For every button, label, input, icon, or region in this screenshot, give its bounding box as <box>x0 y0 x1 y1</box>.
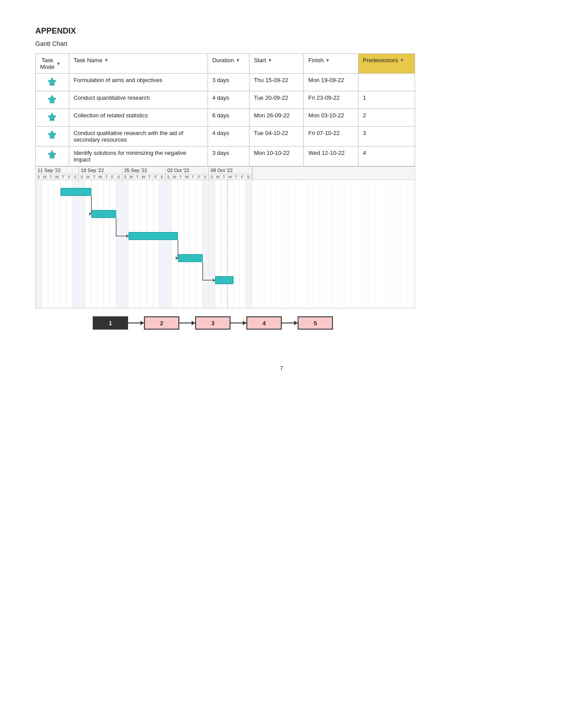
duration-dropdown-icon[interactable]: ▼ <box>236 58 240 63</box>
day-cell: W <box>227 174 234 180</box>
day-cell: T <box>135 174 141 180</box>
day-cell: S <box>166 174 172 180</box>
gantt-dotted-line <box>227 180 228 308</box>
network-arrow-2 <box>179 323 195 323</box>
day-cell: S <box>122 174 128 180</box>
network-node-3: 3 <box>195 316 230 330</box>
start-dropdown-icon[interactable]: ▼ <box>268 58 272 63</box>
col-header-duration[interactable]: Duration ▼ <box>208 54 249 74</box>
predecessors-cell: 3 <box>358 127 415 146</box>
day-cell: S <box>202 174 208 180</box>
network-arrow-4 <box>282 323 298 323</box>
task-table: TaskMode ▼ Task Name ▼ Duration ▼ Start <box>35 53 415 166</box>
pin-icon <box>47 116 57 123</box>
start-cell: Tue 04-10-22 <box>249 127 303 146</box>
day-cell: T <box>48 174 54 180</box>
table-row: Identify solutions for minimizing the ne… <box>36 146 415 166</box>
task-name-dropdown-icon[interactable]: ▼ <box>104 58 109 63</box>
day-cell: F <box>239 174 246 180</box>
week-label-3: 02 Oct '22 <box>166 167 208 174</box>
network-arrow-3 <box>230 323 246 323</box>
gantt-week-1: 18 Sep '22SMTWTFS <box>79 167 122 180</box>
page-number: 7 <box>35 365 528 372</box>
day-cell: S <box>79 174 85 180</box>
task-mode-cell <box>36 91 69 109</box>
day-cell: W <box>98 174 104 180</box>
predecessors-dropdown-icon[interactable]: ▼ <box>400 58 404 63</box>
day-cell: F <box>110 174 116 180</box>
day-cell: S <box>159 174 165 180</box>
day-cell: T <box>233 174 239 180</box>
gantt-body <box>36 180 415 308</box>
day-cell: T <box>221 174 227 180</box>
network-node-5: 5 <box>298 316 333 330</box>
col-header-start[interactable]: Start ▼ <box>249 54 303 74</box>
pin-icon <box>47 81 57 88</box>
gantt-week-3: 02 Oct '22SMTWTFS <box>166 167 209 180</box>
day-cell: W <box>141 174 147 180</box>
network-node-2: 2 <box>144 316 179 330</box>
finish-dropdown-icon[interactable]: ▼ <box>325 58 330 63</box>
duration-cell: 3 days <box>208 74 249 91</box>
col-header-task-mode[interactable]: TaskMode ▼ <box>36 54 69 74</box>
task-mode-dropdown-icon[interactable]: ▼ <box>57 61 61 66</box>
duration-cell: 4 days <box>208 91 249 109</box>
week-label-2: 25 Sep '22 <box>122 167 165 174</box>
col-header-task-name[interactable]: Task Name ▼ <box>69 54 208 74</box>
finish-cell: Mon 19-09-22 <box>304 74 358 91</box>
table-row: Collection of related statistics 6 days … <box>36 109 415 127</box>
gantt-bar-task-2 <box>91 210 116 218</box>
day-cell: M <box>85 174 91 180</box>
day-cell: S <box>72 174 79 180</box>
day-cell: S <box>36 174 42 180</box>
task-name-cell: Formulation of aims and objectives <box>69 74 208 91</box>
gantt-bar-task-5 <box>215 276 234 284</box>
day-cell: S <box>116 174 122 180</box>
task-mode-cell <box>36 146 69 166</box>
finish-cell: Wed 12-10-22 <box>304 146 358 166</box>
predecessors-cell: 1 <box>358 91 415 109</box>
gantt-bar-task-3 <box>128 232 178 240</box>
task-mode-cell <box>36 127 69 146</box>
pin-icon <box>47 134 57 141</box>
table-row: Conduct qualitative research with the ai… <box>36 127 415 146</box>
col-header-predecessors[interactable]: Predecessors ▼ <box>358 54 415 74</box>
week-label-0: 11 Sep '22 <box>36 167 79 174</box>
day-cell: W <box>184 174 190 180</box>
col-header-finish[interactable]: Finish ▼ <box>304 54 358 74</box>
finish-cell: Fri 23-09-22 <box>304 91 358 109</box>
finish-cell: Fri 07-10-22 <box>304 127 358 146</box>
task-mode-cell <box>36 74 69 91</box>
task-name-cell: Conduct quantitative research <box>69 91 208 109</box>
finish-cell: Mon 03-10-22 <box>304 109 358 127</box>
day-cell: M <box>172 174 178 180</box>
pin-icon <box>47 154 57 161</box>
gantt-chart-label: Gantt Chart <box>35 40 528 47</box>
day-cell: T <box>178 174 184 180</box>
task-name-cell: Identify solutions for minimizing the ne… <box>69 146 208 166</box>
day-cell: W <box>54 174 60 180</box>
gantt-week-0: 11 Sep '22SMTWTFS <box>36 167 79 180</box>
duration-cell: 4 days <box>208 127 249 146</box>
appendix-title: APPENDIX <box>35 26 528 36</box>
duration-cell: 6 days <box>208 109 249 127</box>
network-arrow-1 <box>128 323 144 323</box>
gantt-chart-visual: 11 Sep '22SMTWTFS18 Sep '22SMTWTFS25 Sep… <box>35 166 415 308</box>
day-cell: M <box>42 174 48 180</box>
day-cell: M <box>215 174 221 180</box>
start-cell: Thu 15-09-22 <box>249 74 303 91</box>
day-cell: S <box>246 174 252 180</box>
task-name-cell: Collection of related statistics <box>69 109 208 127</box>
week-label-1: 18 Sep '22 <box>79 167 122 174</box>
day-cell: F <box>196 174 202 180</box>
gantt-bar-task-4 <box>178 254 203 262</box>
predecessors-cell: 2 <box>358 109 415 127</box>
day-cell: F <box>66 174 72 180</box>
task-mode-cell <box>36 109 69 127</box>
gantt-bar-task-1 <box>60 188 91 196</box>
day-cell: T <box>60 174 66 180</box>
start-cell: Mon 10-10-22 <box>249 146 303 166</box>
start-cell: Mon 26-09-22 <box>249 109 303 127</box>
predecessors-cell <box>358 74 415 91</box>
table-row: Formulation of aims and objectives 3 day… <box>36 74 415 91</box>
